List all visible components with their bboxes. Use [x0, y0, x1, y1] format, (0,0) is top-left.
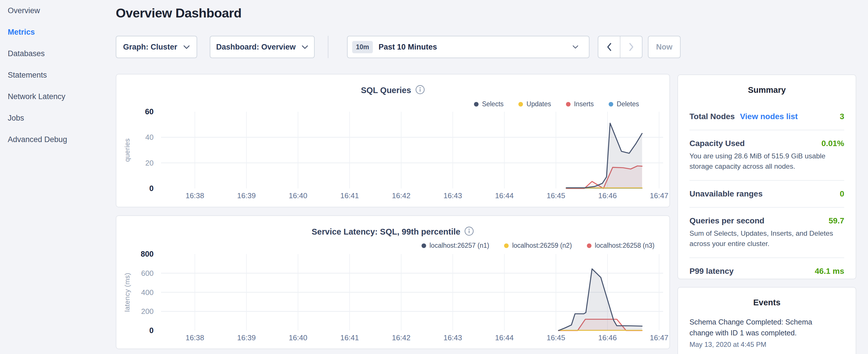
sidebar-item-advanced-debug[interactable]: Advanced Debug — [0, 129, 116, 150]
svg-text:200: 200 — [141, 307, 154, 316]
time-range-badge: 10m — [352, 41, 373, 53]
prev-range-button[interactable] — [598, 36, 620, 58]
sidebar-item-databases[interactable]: Databases — [0, 43, 116, 64]
summary-row-label: Total Nodes — [689, 112, 735, 121]
time-pager — [598, 36, 643, 58]
time-range-dropdown[interactable]: 10m Past 10 Minutes — [347, 36, 589, 58]
svg-text:400: 400 — [141, 288, 154, 297]
summary-panel: Summary Total NodesView nodes list3Capac… — [677, 74, 856, 279]
svg-text:16:40: 16:40 — [288, 191, 307, 200]
svg-text:16:44: 16:44 — [495, 333, 514, 342]
dashboard-selector-label: Dashboard: Overview — [216, 43, 296, 52]
svg-text:40: 40 — [145, 133, 154, 141]
svg-text:16:45: 16:45 — [547, 333, 565, 342]
event-item[interactable]: Schema Change Completed: Schema change w… — [689, 316, 844, 349]
controls-divider — [328, 36, 329, 58]
summary-row-value: 0.01% — [822, 139, 844, 148]
summary-row-description: Sum of Selects, Updates, Inserts, and De… — [689, 228, 844, 249]
now-button[interactable]: Now — [648, 36, 681, 58]
svg-text:16:47: 16:47 — [650, 333, 668, 342]
svg-text:16:41: 16:41 — [340, 191, 359, 200]
svg-text:16:40: 16:40 — [288, 333, 307, 342]
events-panel: Events Schema Change Completed: Schema c… — [677, 287, 856, 354]
summary-row: Capacity Used0.01%You are using 28.6 MiB… — [689, 130, 844, 181]
svg-text:16:39: 16:39 — [237, 333, 256, 342]
graph-selector-dropdown[interactable]: Graph: Cluster — [116, 36, 197, 58]
svg-text:16:38: 16:38 — [185, 333, 204, 342]
svg-text:16:43: 16:43 — [443, 333, 462, 342]
dashboard-selector-dropdown[interactable]: Dashboard: Overview — [210, 36, 315, 58]
sidebar: OverviewMetricsDatabasesStatementsNetwor… — [0, 0, 116, 354]
graph-selector-label: Graph: Cluster — [123, 43, 177, 52]
view-nodes-list-link[interactable]: View nodes list — [740, 112, 798, 121]
summary-row-label: Queries per second — [689, 216, 764, 225]
summary-row-value: 3 — [840, 112, 844, 121]
svg-text:16:42: 16:42 — [392, 191, 410, 200]
events-title: Events — [689, 288, 844, 316]
service-latency-chart-canvas[interactable]: 16:3816:3916:4016:4116:4216:4316:4416:45… — [116, 216, 670, 349]
sql-queries-chart-canvas[interactable]: 16:3816:3916:4016:4116:4216:4316:4416:45… — [116, 74, 670, 207]
svg-text:16:47: 16:47 — [650, 191, 668, 200]
summary-row: Total NodesView nodes list3 — [689, 103, 844, 130]
chevron-down-icon — [183, 45, 190, 49]
summary-row-label: Capacity Used — [689, 139, 745, 148]
svg-text:16:45: 16:45 — [547, 191, 565, 200]
sidebar-item-network-latency[interactable]: Network Latency — [0, 86, 116, 107]
summary-row-value: 46.1 ms — [815, 267, 844, 276]
summary-row-value: 59.7 — [829, 216, 844, 225]
svg-text:0: 0 — [149, 326, 154, 335]
svg-text:16:46: 16:46 — [598, 191, 617, 200]
svg-text:800: 800 — [141, 250, 154, 258]
sidebar-item-jobs[interactable]: Jobs — [0, 107, 116, 129]
svg-text:16:44: 16:44 — [495, 191, 514, 200]
chevron-left-icon — [606, 42, 612, 52]
chevron-right-icon — [628, 42, 634, 52]
sidebar-item-metrics[interactable]: Metrics — [0, 22, 116, 43]
svg-text:60: 60 — [145, 107, 154, 116]
summary-row-description: You are using 28.6 MiB of 515.9 GiB usab… — [689, 151, 844, 171]
summary-row-label: Unavailable ranges — [689, 189, 763, 198]
svg-text:16:39: 16:39 — [237, 191, 256, 200]
service-latency-chart-card: Service Latency: SQL, 99th percentile lo… — [116, 215, 670, 349]
sidebar-item-overview[interactable]: Overview — [0, 0, 116, 22]
summary-row-label: P99 latency — [689, 267, 734, 276]
chevron-down-icon — [302, 45, 308, 49]
sql-queries-chart-card: SQL Queries SelectsUpdatesInsertsDeletes… — [116, 74, 670, 207]
summary-title: Summary — [689, 75, 844, 103]
svg-text:600: 600 — [141, 269, 154, 278]
svg-text:queries: queries — [123, 138, 131, 162]
svg-text:16:42: 16:42 — [392, 333, 410, 342]
svg-text:latency (ms): latency (ms) — [123, 273, 131, 312]
event-timestamp: May 13, 2020 at 4:45 PM — [689, 341, 844, 349]
summary-row-value: 0 — [840, 189, 844, 198]
chevron-down-icon — [572, 45, 579, 49]
svg-text:16:38: 16:38 — [185, 191, 204, 200]
controls-bar: Graph: Cluster Dashboard: Overview 10m P… — [116, 36, 692, 58]
svg-text:16:43: 16:43 — [443, 191, 462, 200]
svg-text:16:46: 16:46 — [598, 333, 617, 342]
svg-text:0: 0 — [149, 184, 154, 193]
time-range-label: Past 10 Minutes — [378, 43, 437, 52]
sidebar-item-statements[interactable]: Statements — [0, 64, 116, 86]
summary-row: P99 latency46.1 ms — [689, 258, 844, 284]
page-title: Overview Dashboard — [116, 6, 242, 21]
svg-text:20: 20 — [145, 159, 154, 167]
next-range-button[interactable] — [620, 36, 642, 58]
summary-row: Queries per second59.7Sum of Selects, Up… — [689, 207, 844, 258]
event-text: Schema Change Completed: Schema change w… — [689, 317, 824, 338]
summary-row: Unavailable ranges0 — [689, 181, 844, 207]
svg-text:16:41: 16:41 — [340, 333, 359, 342]
